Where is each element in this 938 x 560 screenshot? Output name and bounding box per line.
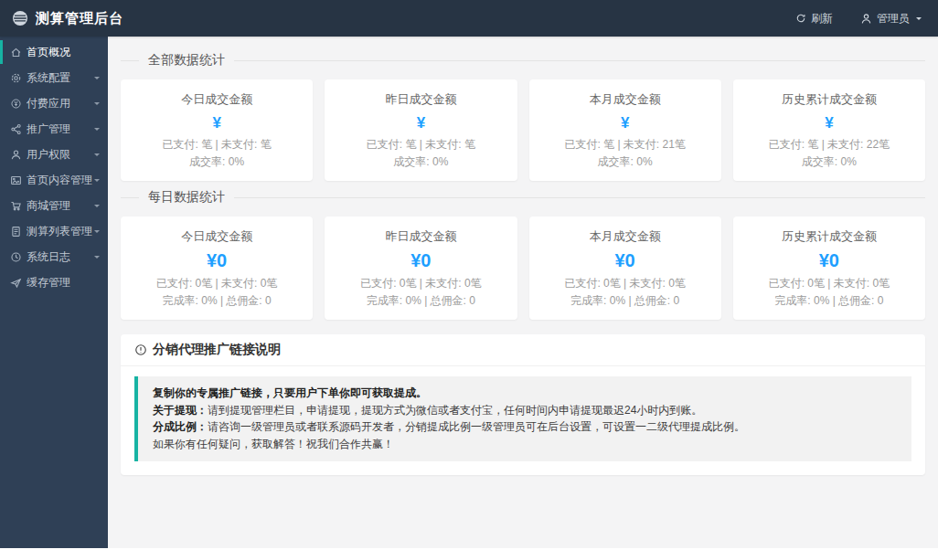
card-title: 历史累计成交金额 (741, 91, 918, 108)
sidebar-item-cache-management[interactable]: 缓存管理 (0, 269, 108, 295)
sidebar: 首页概况 系统配置 付费应用 (0, 37, 108, 548)
notice-line: 分成比例：请咨询一级管理员或者联系源码开发者，分销提成比例一级管理员可在后台设置… (153, 418, 897, 436)
sidebar-item-home-overview[interactable]: 首页概况 (0, 39, 108, 65)
sidebar-item-promotion[interactable]: 推广管理 (0, 116, 108, 142)
divider (234, 197, 925, 198)
sidebar-item-label: 推广管理 (27, 122, 94, 137)
card-amount: ¥ (741, 114, 918, 132)
chevron-down-icon (94, 102, 100, 108)
info-circle-icon (134, 343, 147, 356)
card-meta-rate: 成交率: 0% (128, 153, 305, 171)
sidebar-item-system-config[interactable]: 系统配置 (0, 65, 108, 90)
card-meta-rate: 完成率: 0% | 总佣金: 0 (128, 292, 305, 310)
sidebar-item-mall-management[interactable]: 商城管理 (0, 193, 108, 218)
sidebar-item-label: 首页概况 (27, 45, 100, 60)
card-amount: ¥0 (741, 250, 918, 271)
sidebar-item-label: 商城管理 (27, 198, 94, 214)
panel-body: 复制你的专属推广链接，只要用户下单你即可获取提成。 关于提现：请到提现管理栏目，… (121, 366, 925, 475)
chevron-down-icon (94, 153, 100, 159)
chevron-down-icon (94, 179, 100, 185)
sidebar-item-home-content[interactable]: 首页内容管理 (0, 167, 108, 193)
gear-icon (10, 72, 22, 84)
notice-line: 如果你有任何疑问，获取解答！祝我们合作共赢！ (153, 436, 897, 453)
card-meta-rate: 成交率: 0% (741, 153, 918, 171)
divider (234, 60, 925, 61)
logo-icon (12, 10, 28, 26)
card-amount: ¥ (128, 114, 305, 132)
card-amount: ¥0 (537, 250, 714, 271)
sidebar-item-calculation-list[interactable]: 测算列表管理 (0, 218, 108, 244)
brand[interactable]: 测算管理后台 (12, 10, 123, 27)
topbar-actions: 刷新 管理员 (768, 11, 922, 26)
card-meta-paid: 已支付: 笔 | 未支付: 笔 (332, 136, 509, 153)
notice-line: 复制你的专属推广链接，只要用户下单你即可获取提成。 (153, 385, 897, 402)
cart-icon (10, 200, 22, 212)
sidebar-item-system-log[interactable]: 系统日志 (0, 244, 108, 269)
send-icon (10, 277, 22, 289)
card-meta-rate: 成交率: 0% (332, 153, 509, 171)
divider (121, 197, 139, 198)
daily-stats-card-row: 今日成交金额 ¥0 已支付: 0笔 | 未支付: 0笔 完成率: 0% | 总佣… (121, 217, 925, 320)
card-meta-paid: 已支付: 笔 | 未支付: 22笔 (741, 136, 918, 153)
section-title-all-stats: 全部数据统计 (121, 47, 925, 74)
refresh-label: 刷新 (811, 11, 833, 26)
user-label: 管理员 (877, 11, 910, 26)
card-amount: ¥ (332, 114, 509, 132)
stat-card-month: 本月成交金额 ¥ 已支付: 笔 | 未支付: 21笔 成交率: 0% (529, 79, 721, 181)
yen-circle-icon (10, 98, 22, 110)
card-title: 本月成交金额 (537, 91, 714, 108)
main-content: 全部数据统计 今日成交金额 ¥ 已支付: 笔 | 未支付: 笔 成交率: 0% … (108, 37, 938, 548)
sidebar-item-user-permissions[interactable]: 用户权限 (0, 142, 108, 167)
sidebar-item-paid-apps[interactable]: 付费应用 (0, 90, 108, 116)
stat-card-yesterday: 昨日成交金额 ¥ 已支付: 笔 | 未支付: 笔 成交率: 0% (325, 79, 517, 181)
card-meta-rate: 完成率: 0% | 总佣金: 0 (332, 292, 509, 310)
stat-card-yesterday: 昨日成交金额 ¥0 已支付: 0笔 | 未支付: 0笔 完成率: 0% | 总佣… (325, 217, 517, 320)
refresh-button[interactable]: 刷新 (795, 11, 833, 26)
app-title: 测算管理后台 (36, 10, 123, 27)
card-amount: ¥ (537, 114, 714, 132)
chevron-down-icon (916, 17, 922, 23)
image-icon (10, 174, 22, 186)
sidebar-item-label: 系统配置 (27, 70, 94, 86)
notice-line-text: 请咨询一级管理员或者联系源码开发者，分销提成比例一级管理员可在后台设置，可设置一… (208, 420, 745, 433)
card-meta-rate: 完成率: 0% | 总佣金: 0 (741, 292, 918, 310)
card-title: 历史累计成交金额 (741, 228, 918, 245)
sidebar-nav: 首页概况 系统配置 付费应用 (0, 37, 108, 295)
stat-card-today: 今日成交金额 ¥ 已支付: 笔 | 未支付: 笔 成交率: 0% (121, 79, 313, 181)
chevron-down-icon (94, 256, 100, 261)
stat-card-history: 历史累计成交金额 ¥ 已支付: 笔 | 未支付: 22笔 成交率: 0% (733, 79, 925, 181)
card-meta-rate: 完成率: 0% | 总佣金: 0 (537, 292, 714, 310)
card-meta-paid: 已支付: 笔 | 未支付: 21笔 (537, 136, 714, 153)
notice-line-bold: 关于提现： (153, 404, 208, 417)
section-title: 每日数据统计 (139, 189, 234, 206)
sidebar-item-label: 缓存管理 (27, 275, 100, 291)
card-meta-paid: 已支付: 笔 | 未支付: 笔 (128, 136, 305, 153)
stat-card-history: 历史累计成交金额 ¥0 已支付: 0笔 | 未支付: 0笔 完成率: 0% | … (733, 217, 925, 320)
card-meta-paid: 已支付: 0笔 | 未支付: 0笔 (332, 275, 509, 292)
card-meta-paid: 已支付: 0笔 | 未支付: 0笔 (741, 275, 918, 292)
clock-icon (10, 251, 22, 263)
top-bar: 测算管理后台 刷新 管理员 (0, 0, 938, 37)
card-title: 昨日成交金额 (332, 228, 509, 245)
card-title: 昨日成交金额 (332, 91, 509, 108)
notice-line-text: 如果你有任何疑问，获取解答！祝我们合作共赢！ (153, 438, 394, 450)
sidebar-item-label: 付费应用 (27, 96, 94, 111)
refresh-icon (795, 13, 806, 24)
sidebar-item-label: 用户权限 (27, 147, 94, 163)
sidebar-item-label: 测算列表管理 (27, 224, 94, 239)
all-stats-card-row: 今日成交金额 ¥ 已支付: 笔 | 未支付: 笔 成交率: 0% 昨日成交金额 … (121, 79, 925, 181)
user-menu[interactable]: 管理员 (860, 11, 922, 26)
sidebar-item-label: 系统日志 (27, 249, 94, 265)
sidebar-item-label: 首页内容管理 (27, 173, 94, 188)
stat-card-month: 本月成交金额 ¥0 已支付: 0笔 | 未支付: 0笔 完成率: 0% | 总佣… (529, 217, 721, 320)
card-amount: ¥0 (332, 250, 509, 271)
chevron-down-icon (94, 205, 100, 210)
panel-header: 分销代理推广链接说明 (121, 334, 925, 366)
notice-line: 关于提现：请到提现管理栏目，申请提现，提现方式为微信或者支付宝，任何时间内申请提… (153, 402, 897, 419)
notice-line-bold: 分成比例： (153, 420, 208, 433)
card-meta-rate: 成交率: 0% (537, 153, 714, 171)
share-icon (10, 123, 22, 135)
person-icon (860, 13, 872, 25)
chevron-down-icon (94, 128, 100, 133)
app-window: 测算管理后台 刷新 管理员 (0, 0, 938, 548)
